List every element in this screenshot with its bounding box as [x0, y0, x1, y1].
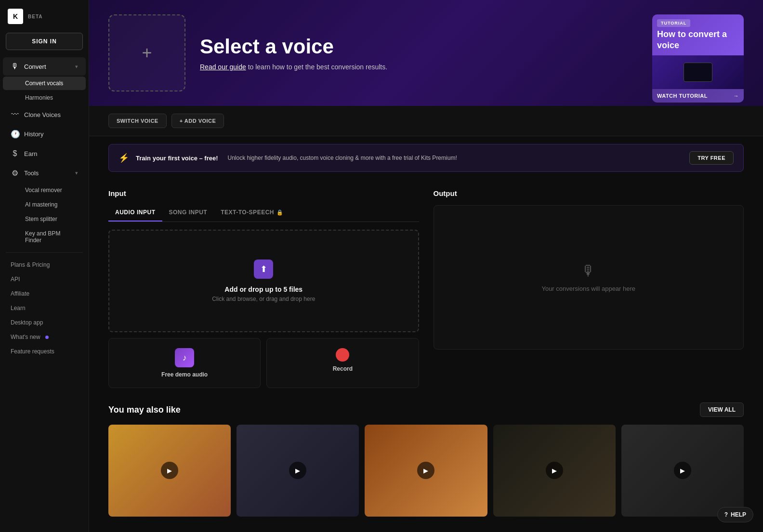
sidebar-item-label: Tools: [24, 169, 39, 177]
dropzone-subtitle: Click and browse, or drag and drop here: [119, 296, 408, 302]
tools-icon: ⚙: [11, 169, 19, 178]
recommendations-title: You may also like: [108, 405, 181, 415]
main-content: + Select a voice Read our guide to learn…: [89, 0, 763, 532]
sidebar-item-convert[interactable]: 🎙 Convert ▾: [3, 57, 86, 76]
rec-card-4[interactable]: ▶: [493, 425, 616, 517]
sidebar-link-whats-new[interactable]: What's new: [3, 330, 86, 344]
promo-sub-text: Unlock higher fidelity audio, custom voi…: [228, 155, 457, 161]
recommendations-grid: ▶ ▶ ▶ ▶ ▶: [108, 425, 744, 517]
demo-audio-label: Free demo audio: [118, 371, 250, 378]
output-panel: 🎙 Your conversions will appear here: [434, 205, 744, 350]
input-title: Input: [108, 189, 419, 197]
sidebar-item-label: Clone Voices: [24, 111, 61, 118]
rec-card-1[interactable]: ▶: [108, 425, 231, 517]
tab-song-input[interactable]: SONG INPUT: [162, 205, 214, 221]
sidebar-link-affiliate[interactable]: Affiliate: [3, 287, 86, 300]
tutorial-thumb-inner: [684, 63, 712, 82]
play-button-2[interactable]: ▶: [289, 462, 306, 479]
sidebar: K BETA SIGN IN 🎙 Convert ▾ Convert vocal…: [0, 0, 89, 532]
lock-icon: 🔒: [276, 209, 284, 216]
voice-selector-box[interactable]: +: [108, 14, 185, 91]
dollar-icon: $: [11, 149, 19, 158]
tutorial-thumbnail: [652, 55, 744, 89]
add-voice-button[interactable]: + ADD VOICE: [171, 114, 224, 128]
demo-audio-card[interactable]: ♪ Free demo audio: [108, 338, 261, 388]
tutorial-card[interactable]: TUTORIAL How to convert a voice WATCH TU…: [652, 14, 744, 103]
sign-in-button[interactable]: SIGN IN: [6, 33, 83, 50]
content-area: Input AUDIO INPUT SONG INPUT TEXT-TO-SPE…: [89, 180, 763, 398]
sidebar-item-label: Convert: [24, 63, 46, 70]
play-button-4[interactable]: ▶: [546, 462, 563, 479]
sidebar-sub-stem-splitter[interactable]: Stem splitter: [3, 212, 86, 226]
help-button[interactable]: ? HELP: [717, 507, 753, 522]
history-icon: 🕐: [11, 130, 19, 139]
microphone-icon: 🎙: [11, 62, 19, 71]
record-label: Record: [276, 365, 408, 372]
beta-badge: BETA: [28, 14, 42, 19]
play-button-3[interactable]: ▶: [417, 462, 434, 479]
play-button-1[interactable]: ▶: [161, 462, 178, 479]
sidebar-item-earn[interactable]: $ Earn: [3, 144, 86, 163]
rec-card-5[interactable]: ▶: [621, 425, 744, 517]
file-dropzone[interactable]: ⬆ Add or drop up to 5 files Click and br…: [108, 230, 419, 332]
promo-banner: ⚡ Train your first voice – free! Unlock …: [108, 144, 744, 172]
input-tabs: AUDIO INPUT SONG INPUT TEXT-TO-SPEECH 🔒: [108, 205, 419, 222]
sidebar-sub-ai-mastering[interactable]: AI mastering: [3, 198, 86, 211]
sidebar-item-label: Earn: [24, 150, 37, 157]
hero-section: + Select a voice Read our guide to learn…: [89, 0, 763, 106]
sidebar-sub-harmonies[interactable]: Harmonies: [3, 91, 86, 104]
chevron-down-icon: ▾: [75, 170, 78, 176]
tutorial-title: How to convert a voice: [652, 29, 744, 55]
sidebar-sub-vocal-remover[interactable]: Vocal remover: [3, 183, 86, 197]
switch-voice-button[interactable]: SWITCH VOICE: [108, 114, 167, 128]
help-icon: ?: [724, 511, 728, 518]
try-free-button[interactable]: TRY FREE: [689, 151, 734, 165]
sidebar-sub-convert-vocals[interactable]: Convert vocals: [3, 77, 86, 90]
read-guide-link[interactable]: Read our guide: [200, 63, 246, 71]
sidebar-link-feature-requests[interactable]: Feature requests: [3, 345, 86, 358]
sidebar-link-desktop[interactable]: Desktop app: [3, 316, 86, 329]
sidebar-item-tools[interactable]: ⚙ Tools ▾: [3, 164, 86, 182]
add-voice-plus-icon: +: [142, 43, 152, 63]
sidebar-link-learn[interactable]: Learn: [3, 301, 86, 315]
tutorial-tag: TUTORIAL: [657, 19, 690, 27]
sidebar-link-api[interactable]: API: [3, 272, 86, 286]
hero-subtitle: Read our guide to learn how to get the b…: [200, 63, 387, 71]
promo-main-text: Train your first voice – free!: [136, 155, 218, 162]
hero-title: Select a voice: [200, 35, 387, 58]
output-section: Output 🎙 Your conversions will appear he…: [434, 189, 744, 388]
sidebar-item-history[interactable]: 🕐 History: [3, 125, 86, 143]
output-mic-icon: 🎙: [581, 263, 596, 279]
rec-card-2[interactable]: ▶: [237, 425, 359, 517]
waveform-icon: 〰: [11, 110, 19, 119]
tab-audio-input[interactable]: AUDIO INPUT: [108, 205, 162, 221]
sidebar-header: K BETA: [0, 0, 89, 31]
record-card[interactable]: Record: [266, 338, 419, 388]
tab-text-to-speech[interactable]: TEXT-TO-SPEECH 🔒: [214, 205, 290, 221]
sidebar-sub-key-bpm[interactable]: Key and BPM Finder: [3, 227, 86, 247]
chevron-down-icon: ▾: [75, 64, 78, 70]
hero-text: Select a voice Read our guide to learn h…: [200, 35, 387, 71]
sidebar-divider: [6, 252, 83, 253]
dropzone-title: Add or drop up to 5 files: [119, 285, 408, 293]
tutorial-footer[interactable]: WATCH TUTORIAL →: [652, 89, 744, 103]
help-label: HELP: [731, 511, 746, 518]
play-button-5[interactable]: ▶: [674, 462, 691, 479]
sidebar-item-clone-voices[interactable]: 〰 Clone Voices: [3, 105, 86, 124]
upload-icon: ⬆: [254, 260, 273, 279]
sidebar-item-label: History: [24, 130, 43, 138]
recommendations-header: You may also like VIEW ALL: [108, 402, 744, 417]
recommendations-section: You may also like VIEW ALL ▶ ▶ ▶ ▶ ▶: [89, 398, 763, 531]
output-placeholder-text: Your conversions will appear here: [541, 285, 635, 292]
rec-card-3[interactable]: ▶: [365, 425, 487, 517]
arrow-icon: →: [734, 93, 739, 99]
view-all-button[interactable]: VIEW ALL: [700, 402, 744, 417]
new-dot-indicator: [45, 336, 49, 339]
controls-bar: SWITCH VOICE + ADD VOICE: [89, 106, 763, 136]
demo-audio-icon: ♪: [175, 348, 194, 367]
lightning-icon: ⚡: [118, 153, 129, 163]
sidebar-link-plans[interactable]: Plans & Pricing: [3, 258, 86, 272]
logo-icon: K: [8, 9, 23, 24]
record-icon: [336, 348, 349, 362]
watch-tutorial-label: WATCH TUTORIAL: [657, 93, 708, 99]
